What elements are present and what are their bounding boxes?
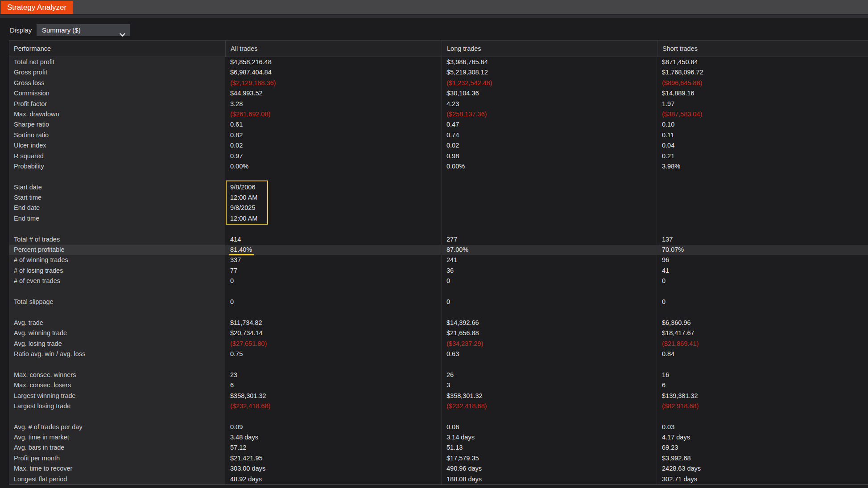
row-label: Sortino ratio <box>9 130 225 140</box>
table-row[interactable]: Start date9/8/2006 <box>9 182 868 193</box>
cell-short-trades: 16 <box>657 370 868 380</box>
table-row[interactable]: Profit factor3.284.231.97 <box>9 99 868 109</box>
row-label: Profit factor <box>9 99 225 109</box>
cell-short-trades: 96 <box>657 255 868 265</box>
display-dropdown[interactable]: Summary ($) <box>37 24 130 36</box>
cell-long-trades: 0.02 <box>442 140 657 151</box>
column-header-long-trades[interactable]: Long trades <box>442 41 657 57</box>
table-row[interactable]: # of winning trades33724196 <box>9 255 868 265</box>
table-row[interactable]: Sharpe ratio0.610.470.10 <box>9 119 868 130</box>
column-header-performance[interactable]: Performance <box>9 41 225 57</box>
cell-long-trades: 0 <box>442 297 657 307</box>
cell-all-trades: ($2,129,188.36) <box>225 78 442 88</box>
column-header-all-trades[interactable]: All trades <box>225 41 442 57</box>
table-row[interactable]: Avg. winning trade$20,734.14$21,656.88$1… <box>9 328 868 338</box>
summary-table-header: Performance All trades Long trades Short… <box>9 41 868 57</box>
cell-all-trades: 57.12 <box>225 443 442 453</box>
row-label: Avg. winning trade <box>9 328 225 338</box>
cell-long-trades: ($232,418.68) <box>442 401 657 411</box>
table-row[interactable]: # of losing trades773641 <box>9 266 868 276</box>
cell-short-trades: 1.97 <box>657 99 868 109</box>
cell-long-trades <box>442 287 657 297</box>
table-row[interactable]: Gross loss($2,129,188.36)($1,232,542.48)… <box>9 78 868 88</box>
table-row[interactable]: Avg. losing trade($27,651.80)($34,237.29… <box>9 339 868 349</box>
row-label: Sharpe ratio <box>9 119 225 130</box>
row-label <box>9 359 225 369</box>
column-header-short-trades[interactable]: Short trades <box>657 41 868 57</box>
cell-all-trades: 12:00 AM <box>225 193 442 203</box>
cell-short-trades: 137 <box>657 234 868 245</box>
row-label: Avg. # of trades per day <box>9 422 225 432</box>
cell-all-trades <box>225 307 442 317</box>
cell-short-trades: ($21,869.41) <box>657 339 868 349</box>
table-row[interactable]: Gross profit$6,987,404.84$5,219,308.12$1… <box>9 67 868 78</box>
table-row-spacer <box>9 224 868 234</box>
cell-long-trades: $17,579.35 <box>442 453 657 463</box>
table-row[interactable]: Ratio avg. win / avg. loss0.750.630.84 <box>9 349 868 359</box>
table-row[interactable]: Max. consec. losers636 <box>9 380 868 390</box>
cell-all-trades: 81.40% <box>225 245 442 255</box>
cell-long-trades <box>442 224 657 234</box>
table-row[interactable]: Sortino ratio0.820.740.11 <box>9 130 868 140</box>
table-row[interactable]: Max. time to recover303.00 days490.96 da… <box>9 463 868 474</box>
cell-short-trades: 0.11 <box>657 130 868 140</box>
cell-all-trades: $20,734.14 <box>225 328 442 338</box>
table-row[interactable]: Avg. # of trades per day0.090.060.03 <box>9 422 868 432</box>
cell-all-trades: $21,421.95 <box>225 453 442 463</box>
cell-long-trades: ($1,232,542.48) <box>442 78 657 88</box>
cell-all-trades <box>225 287 442 297</box>
table-row[interactable]: Avg. time in market3.48 days3.14 days4.1… <box>9 432 868 443</box>
cell-long-trades: 277 <box>442 234 657 245</box>
table-row[interactable]: Avg. trade$11,734.82$14,392.66$6,360.96 <box>9 318 868 328</box>
table-row[interactable]: Start time12:00 AM <box>9 193 868 203</box>
cell-long-trades: 0 <box>442 276 657 286</box>
summary-table: Performance All trades Long trades Short… <box>9 40 868 485</box>
table-row[interactable]: Max. consec. winners232616 <box>9 370 868 380</box>
cell-all-trades: ($232,418.68) <box>225 401 442 411</box>
cell-all-trades: 6 <box>225 380 442 390</box>
cell-long-trades: 0.47 <box>442 119 657 130</box>
table-row[interactable]: Longest flat period48.92 days188.08 days… <box>9 474 868 484</box>
cell-long-trades: $30,104.36 <box>442 88 657 98</box>
table-row[interactable]: End time12:00 AM <box>9 213 868 224</box>
row-label: # of losing trades <box>9 266 225 276</box>
cell-short-trades <box>657 411 868 422</box>
cell-long-trades <box>442 307 657 317</box>
table-row[interactable]: Commission$44,993.52$30,104.36$14,889.16 <box>9 88 868 98</box>
cell-all-trades: $11,734.82 <box>225 318 442 328</box>
cell-long-trades <box>442 182 657 193</box>
cell-long-trades: 26 <box>442 370 657 380</box>
row-label: Largest losing trade <box>9 401 225 411</box>
row-label: Total slippage <box>9 297 225 307</box>
cell-short-trades: 70.07% <box>657 245 868 255</box>
cell-short-trades <box>657 203 868 213</box>
table-row[interactable]: R squared0.970.980.21 <box>9 151 868 161</box>
table-row[interactable]: # of even trades000 <box>9 276 868 286</box>
tab-strategy-analyzer[interactable]: Strategy Analyzer <box>1 1 73 14</box>
cell-long-trades <box>442 172 657 182</box>
cell-long-trades: 0.98 <box>442 151 657 161</box>
cell-all-trades: $4,858,216.48 <box>225 57 442 67</box>
table-row[interactable]: Total # of trades414277137 <box>9 234 868 245</box>
table-row[interactable]: Largest losing trade($232,418.68)($232,4… <box>9 401 868 411</box>
row-label: Avg. trade <box>9 318 225 328</box>
row-label: Profit per month <box>9 453 225 463</box>
row-label: Gross loss <box>9 78 225 88</box>
cell-short-trades: 0.10 <box>657 119 868 130</box>
table-row[interactable]: Probability0.00%0.00%3.98% <box>9 161 868 172</box>
table-row[interactable]: Largest winning trade$358,301.32$358,301… <box>9 391 868 401</box>
cell-all-trades: 9/8/2025 <box>225 203 442 213</box>
summary-table-body: Total net profit$4,858,216.48$3,986,765.… <box>9 57 868 484</box>
table-row[interactable]: Avg. bars in trade57.1251.1369.23 <box>9 443 868 453</box>
table-row[interactable]: Percent profitable81.40%87.00%70.07% <box>9 245 868 255</box>
cell-long-trades: ($34,237.29) <box>442 339 657 349</box>
table-row[interactable]: Total slippage000 <box>9 297 868 307</box>
cell-all-trades: 0.00% <box>225 161 442 172</box>
cell-long-trades: 241 <box>442 255 657 265</box>
table-row[interactable]: Total net profit$4,858,216.48$3,986,765.… <box>9 57 868 67</box>
table-row[interactable]: Profit per month$21,421.95$17,579.35$3,9… <box>9 453 868 463</box>
table-row[interactable]: Max. drawdown($261,692.08)($258,137.36)(… <box>9 109 868 119</box>
table-row[interactable]: End date9/8/2025 <box>9 203 868 213</box>
tab-title: Strategy Analyzer <box>7 3 66 12</box>
table-row[interactable]: Ulcer index0.020.020.04 <box>9 140 868 151</box>
